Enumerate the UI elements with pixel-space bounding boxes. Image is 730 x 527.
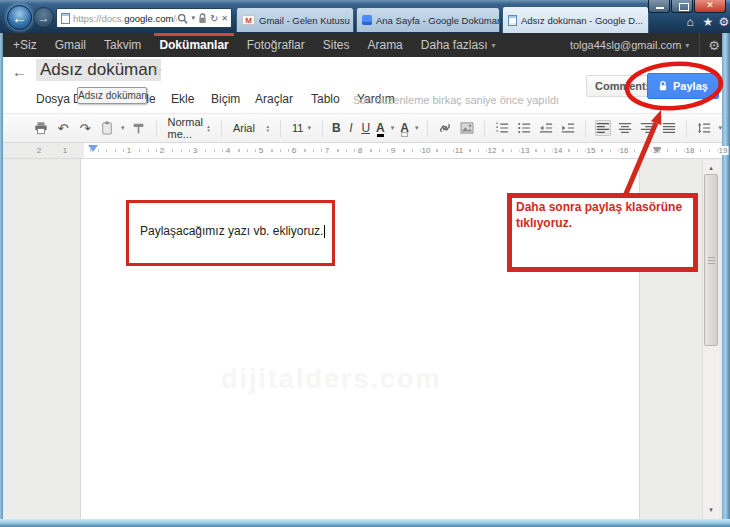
menu-ekle[interactable]: Ekle (171, 92, 194, 106)
ruler: 2112345678910111213141516171819 (3, 143, 722, 159)
ruler-number: 14 (553, 146, 564, 155)
browser-forward-button[interactable]: → (33, 7, 54, 28)
menu-bicim[interactable]: Biçim (211, 92, 240, 106)
bullet-list-icon[interactable] (516, 120, 532, 136)
account-email[interactable]: tolga44slg@gmail.com (570, 39, 681, 51)
tab-docs-home[interactable]: Ana Sayfa - Google Dokümanl... (356, 7, 500, 32)
account-caret-icon: ▾ (685, 41, 689, 50)
ruler-number: 8 (357, 146, 363, 155)
stop-icon[interactable]: ✕ (221, 14, 228, 23)
search-icon[interactable] (177, 13, 188, 24)
chevron-down-icon: ▾ (492, 41, 496, 50)
gbar-item-gmail[interactable]: Gmail (46, 33, 95, 57)
ruler-number: 6 (291, 146, 297, 155)
gbar-item-plus-siz[interactable]: +Siz (4, 33, 46, 57)
google-bar: +Siz Gmail Takvim Dokümanlar Fotoğraflar… (0, 33, 730, 57)
undo-icon[interactable]: ↶ (55, 120, 71, 136)
window-border-bottom (0, 519, 730, 527)
ruler-number: 2 (36, 146, 42, 155)
toolbar-divider (585, 120, 586, 137)
settings-gear-icon[interactable]: ⚙ (716, 14, 730, 30)
vertical-scrollbar[interactable]: ▴ ▾ (702, 160, 719, 519)
tab-adsiz-dokuman-title: Adsız doküman - Google D... (521, 15, 643, 26)
url-domain: google.com (124, 13, 173, 24)
menu-tablo[interactable]: Tablo (311, 92, 340, 106)
menu-bar: Dosya Düzenle Görüntüle Ekle Biçim Araçl… (3, 89, 722, 111)
bold-button[interactable]: B (332, 121, 341, 135)
insert-image-icon[interactable] (459, 120, 475, 136)
right-indent-marker[interactable] (653, 147, 661, 153)
gbar-item-sites[interactable]: Sites (314, 33, 359, 57)
scrollbar-grip (708, 257, 715, 264)
align-left-button[interactable] (595, 120, 611, 136)
ruler-number: 1 (62, 146, 68, 155)
home-icon[interactable]: ⌂ (682, 14, 698, 30)
ruler-number: 16 (619, 146, 630, 155)
window-minimize-button[interactable] (648, 0, 670, 13)
web-clipboard-icon[interactable] (99, 120, 115, 136)
font-size-value: 11 (292, 122, 303, 134)
updown-caret-icon: ▴▾ (207, 124, 210, 132)
gbar-gear-icon[interactable]: ⚙ (708, 38, 720, 53)
paragraph-style-select[interactable]: Normal me... ▴▾ (166, 116, 212, 140)
toolbar-divider (322, 120, 323, 137)
scrollbar-thumb[interactable] (704, 174, 718, 346)
ruler-number: 5 (258, 146, 264, 155)
gbar-item-arama[interactable]: Arama (358, 33, 411, 57)
gbar-item-dokumanlar[interactable]: Dokümanlar (150, 33, 237, 57)
italic-button[interactable]: I (347, 121, 356, 135)
align-center-button[interactable] (617, 120, 633, 136)
window-border-left (0, 33, 3, 519)
tab-docs-home-title: Ana Sayfa - Google Dokümanl... (376, 15, 500, 26)
refresh-icon[interactable]: ↻ (210, 13, 218, 24)
align-right-button[interactable] (639, 120, 655, 136)
clipboard-caret-icon[interactable]: ▾ (121, 124, 125, 132)
menu-dosya[interactable]: Dosya (36, 92, 70, 106)
search-dropdown-caret[interactable]: ▾ (191, 14, 195, 22)
toolbar-divider (686, 120, 687, 137)
document-title[interactable]: Adsız doküman (36, 59, 161, 81)
insert-link-icon[interactable] (437, 120, 453, 136)
scrollbar-up-arrow[interactable]: ▴ (703, 160, 719, 175)
url-text[interactable]: https://docs.google.com/do (73, 13, 177, 24)
tab-close-icon[interactable]: ✕ (647, 15, 649, 25)
line-spacing-icon[interactable] (696, 120, 712, 136)
indent-marker[interactable] (88, 145, 98, 152)
gbar-item-daha-fazlasi[interactable]: Daha fazlası▾ (412, 33, 505, 57)
decrease-indent-icon[interactable] (538, 120, 554, 136)
toolbar-divider (427, 120, 428, 137)
font-family-select[interactable]: Arial ▴▾ (231, 122, 271, 134)
browser-back-button[interactable]: ← (7, 5, 32, 30)
address-bar[interactable]: https://docs.google.com/do ▾ ↻ ✕ (56, 8, 232, 28)
highlight-caret-icon[interactable]: ▾ (415, 124, 419, 132)
menu-araclar[interactable]: Araçlar (255, 92, 293, 106)
ruler-number: 9 (390, 146, 396, 155)
numbered-list-icon[interactable] (494, 120, 510, 136)
font-size-select[interactable]: 11 ▾ (290, 122, 313, 134)
tab-gmail[interactable]: M Gmail - Gelen Kutusu - tolga44... (236, 7, 354, 32)
gbar-item-fotograflar[interactable]: Fotoğraflar (238, 33, 314, 57)
gbar-item-takvim[interactable]: Takvim (95, 33, 150, 57)
redo-icon[interactable]: ↷ (77, 120, 93, 136)
increase-indent-icon[interactable] (560, 120, 576, 136)
highlight-color-button[interactable]: A (400, 121, 409, 135)
ruler-number: 13 (520, 146, 531, 155)
text-color-caret-icon[interactable]: ▾ (391, 124, 395, 132)
gmail-icon: M (242, 15, 255, 25)
text-color-button[interactable]: A (376, 121, 385, 135)
favorites-star-icon[interactable]: ★ (700, 14, 716, 30)
star-document-icon[interactable]: ☆ (151, 63, 163, 78)
back-to-docs-icon[interactable]: ← (12, 63, 27, 80)
window-close-button[interactable]: ✕ (694, 0, 726, 13)
justify-button[interactable] (661, 120, 677, 136)
title-tooltip: Adsız doküman (77, 87, 147, 104)
ruler-number: 12 (487, 146, 498, 155)
print-icon[interactable] (33, 120, 49, 136)
paint-format-icon[interactable] (131, 120, 147, 136)
ruler-number: 1 (126, 146, 132, 155)
window-maximize-button[interactable] (671, 0, 693, 13)
ruler-number: 15 (586, 146, 597, 155)
scrollbar-down-arrow[interactable]: ▾ (703, 502, 719, 517)
tab-adsiz-dokuman[interactable]: Adsız doküman - Google D... ✕ (502, 6, 649, 33)
underline-button[interactable]: U (361, 121, 370, 135)
